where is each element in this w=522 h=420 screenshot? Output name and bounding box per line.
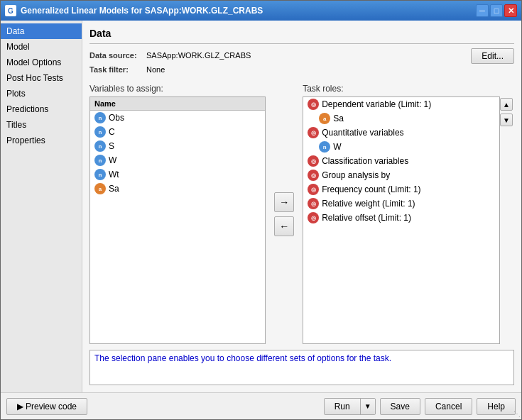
sidebar: Data Model Model Options Post Hoc Tests … bbox=[1, 21, 82, 392]
cancel-button[interactable]: Cancel bbox=[425, 398, 472, 415]
list-item[interactable]: n C bbox=[90, 125, 265, 139]
var-name-s: S bbox=[109, 141, 114, 151]
role-relw[interactable]: ◎ Relative weight (Limit: 1) bbox=[303, 197, 499, 211]
group-label: Group analysis by bbox=[322, 170, 390, 180]
sidebar-item-model-options[interactable]: Model Options bbox=[1, 55, 82, 70]
status-bar: The selection pane enables you to choose… bbox=[89, 350, 514, 385]
title-controls: ─ □ ✕ bbox=[476, 4, 517, 17]
freq-label: Frequency count (Limit: 1) bbox=[322, 184, 420, 194]
move-down-button[interactable]: ▼ bbox=[500, 114, 513, 126]
task-filter-label: Task filter: bbox=[89, 62, 146, 77]
quant-label: Quantitative variables bbox=[322, 128, 403, 138]
help-button[interactable]: Help bbox=[477, 398, 516, 415]
task-roles-panel: Task roles: ◎ Dependent variable (Limit:… bbox=[303, 84, 514, 344]
role-freq[interactable]: ◎ Frequency count (Limit: 1) bbox=[303, 182, 499, 197]
class-icon: ◎ bbox=[308, 155, 319, 167]
group-icon: ◎ bbox=[308, 170, 319, 181]
panel-title: Data bbox=[89, 28, 514, 44]
data-source-value: SASApp:WORK.GLZ_CRABS bbox=[146, 48, 471, 62]
list-item[interactable]: n Wt bbox=[90, 167, 265, 182]
run-dropdown-arrow[interactable]: ▼ bbox=[361, 399, 375, 414]
preview-code-icon: ▶ bbox=[17, 402, 23, 411]
footer: ▶ Preview code Run ▼ Save Cancel Help bbox=[1, 392, 521, 419]
close-button[interactable]: ✕ bbox=[504, 4, 517, 17]
quant-icon: ◎ bbox=[308, 127, 319, 138]
sidebar-item-post-hoc[interactable]: Post Hoc Tests bbox=[1, 70, 82, 86]
var-name-w: W bbox=[109, 155, 116, 165]
sidebar-item-model[interactable]: Model bbox=[1, 39, 82, 55]
var-name-obs: Obs bbox=[109, 113, 124, 123]
dep-icon: ◎ bbox=[308, 99, 319, 110]
arrow-panel: → ← bbox=[271, 84, 297, 344]
preview-code-label: Preview code bbox=[26, 402, 77, 411]
save-button[interactable]: Save bbox=[380, 398, 420, 415]
relw-icon: ◎ bbox=[308, 198, 319, 209]
var-icon-c: n bbox=[94, 126, 106, 138]
variables-label: Variables to assign: bbox=[89, 84, 266, 94]
list-item[interactable]: n S bbox=[90, 139, 265, 153]
remove-left-button[interactable]: ← bbox=[274, 216, 294, 236]
maximize-button[interactable]: □ bbox=[490, 4, 503, 17]
run-dropdown: Run ▼ bbox=[324, 398, 376, 415]
run-button[interactable]: Run bbox=[325, 399, 361, 414]
var-icon-wt: n bbox=[94, 169, 106, 180]
data-source-labels: Data source: Task filter: bbox=[89, 48, 146, 77]
dep-label: Dependent variable (Limit: 1) bbox=[322, 99, 431, 109]
move-up-button[interactable]: ▲ bbox=[500, 98, 513, 111]
dep-var-name: Sa bbox=[333, 114, 344, 123]
assign-right-button[interactable]: → bbox=[274, 192, 294, 212]
dep-var-icon: a bbox=[319, 113, 330, 124]
edit-btn-container: Edit... bbox=[471, 48, 514, 64]
main-window: G Generalized Linear Models for SASApp:W… bbox=[0, 0, 522, 420]
variables-panel: Variables to assign: Name n Obs n C bbox=[89, 84, 266, 344]
role-dependent[interactable]: ◎ Dependent variable (Limit: 1) bbox=[303, 97, 499, 111]
var-icon-w: n bbox=[94, 155, 106, 166]
content-area: Data Model Model Options Post Hoc Tests … bbox=[1, 21, 521, 392]
reloff-icon: ◎ bbox=[308, 212, 319, 223]
quant-var-name: W bbox=[333, 142, 341, 152]
resize-handle[interactable]: ⋱ bbox=[512, 410, 521, 419]
window-icon: G bbox=[5, 5, 16, 16]
quant-var-icon: n bbox=[319, 141, 330, 153]
sidebar-item-predictions[interactable]: Predictions bbox=[1, 101, 82, 117]
name-column-header: Name bbox=[90, 97, 265, 111]
role-reloff[interactable]: ◎ Relative offset (Limit: 1) bbox=[303, 211, 499, 225]
role-dep-assigned[interactable]: a Sa bbox=[303, 111, 499, 126]
class-label: Classification variables bbox=[322, 156, 408, 166]
main-panel: Data Data source: Task filter: SASApp:WO… bbox=[82, 21, 521, 392]
task-filter-value: None bbox=[146, 62, 471, 77]
sidebar-item-plots[interactable]: Plots bbox=[1, 86, 82, 101]
status-text: The selection pane enables you to choose… bbox=[94, 353, 391, 363]
title-bar: G Generalized Linear Models for SASApp:W… bbox=[1, 1, 521, 21]
list-item[interactable]: n Obs bbox=[90, 111, 265, 125]
data-source-values: SASApp:WORK.GLZ_CRABS None bbox=[146, 48, 471, 77]
var-name-c: C bbox=[109, 127, 115, 137]
role-quantitative[interactable]: ◎ Quantitative variables bbox=[303, 126, 499, 140]
sidebar-item-properties[interactable]: Properties bbox=[1, 133, 82, 148]
list-item[interactable]: a Sa bbox=[90, 182, 265, 196]
window-title: Generalized Linear Models for SASApp:WOR… bbox=[21, 6, 476, 16]
up-down-panel: ▲ ▼ bbox=[500, 96, 514, 344]
role-quant-assigned[interactable]: n W bbox=[303, 140, 499, 154]
data-source-section: Data source: Task filter: SASApp:WORK.GL… bbox=[89, 48, 514, 77]
variables-section: Variables to assign: Name n Obs n C bbox=[89, 84, 514, 344]
sidebar-item-titles[interactable]: Titles bbox=[1, 117, 82, 133]
var-icon-s: n bbox=[94, 140, 106, 152]
list-item[interactable]: n W bbox=[90, 153, 265, 167]
reloff-label: Relative offset (Limit: 1) bbox=[322, 213, 411, 223]
minimize-button[interactable]: ─ bbox=[476, 4, 489, 17]
var-name-sa: Sa bbox=[109, 184, 119, 194]
edit-button[interactable]: Edit... bbox=[471, 48, 514, 64]
var-name-wt: Wt bbox=[109, 170, 119, 179]
var-icon-sa: a bbox=[94, 183, 106, 194]
role-classification[interactable]: ◎ Classification variables bbox=[303, 154, 499, 168]
freq-icon: ◎ bbox=[308, 184, 319, 195]
role-group[interactable]: ◎ Group analysis by bbox=[303, 168, 499, 182]
task-roles-listbox[interactable]: ◎ Dependent variable (Limit: 1) a Sa ◎ bbox=[303, 96, 500, 344]
data-source-label: Data source: bbox=[89, 48, 146, 62]
var-icon-obs: n bbox=[94, 112, 106, 123]
variables-listbox[interactable]: Name n Obs n C n S bbox=[89, 96, 266, 344]
sidebar-item-data[interactable]: Data bbox=[1, 23, 82, 39]
preview-code-button[interactable]: ▶ Preview code bbox=[6, 398, 87, 415]
task-roles-label: Task roles: bbox=[303, 84, 514, 94]
